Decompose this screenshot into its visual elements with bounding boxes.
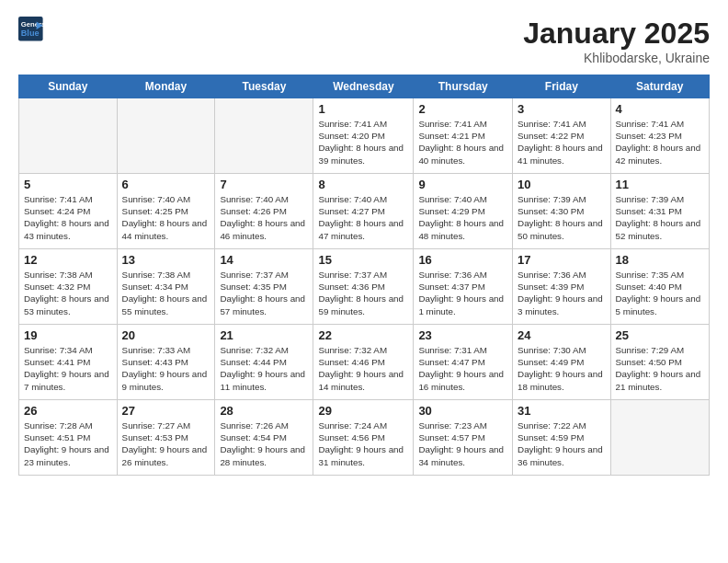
- day-number: 9: [418, 178, 507, 191]
- table-row: 2Sunrise: 7:41 AMSunset: 4:21 PMDaylight…: [414, 98, 513, 174]
- day-number: 8: [318, 178, 408, 191]
- header: General Blue January 2025 Khlibodarske, …: [18, 17, 710, 65]
- table-row: 14Sunrise: 7:37 AMSunset: 4:35 PMDayligh…: [215, 249, 313, 325]
- table-row: 18Sunrise: 7:35 AMSunset: 4:40 PMDayligh…: [610, 249, 709, 325]
- table-row: 6Sunrise: 7:40 AMSunset: 4:25 PMDaylight…: [117, 174, 215, 249]
- calendar: Sunday Monday Tuesday Wednesday Thursday…: [18, 75, 710, 476]
- day-number: 16: [418, 253, 507, 267]
- table-row: 27Sunrise: 7:27 AMSunset: 4:53 PMDayligh…: [117, 400, 215, 476]
- day-number: 23: [418, 328, 507, 342]
- day-number: 29: [318, 404, 408, 418]
- table-row: 19Sunrise: 7:34 AMSunset: 4:41 PMDayligh…: [19, 325, 118, 400]
- day-info: Sunrise: 7:35 AMSunset: 4:40 PMDaylight:…: [616, 269, 704, 317]
- table-row: 24Sunrise: 7:30 AMSunset: 4:49 PMDayligh…: [513, 325, 610, 400]
- day-number: 30: [418, 404, 507, 418]
- table-row: 3Sunrise: 7:41 AMSunset: 4:22 PMDaylight…: [513, 98, 610, 174]
- day-number: 18: [616, 253, 704, 267]
- day-number: 27: [122, 404, 210, 418]
- day-number: 7: [220, 178, 308, 191]
- day-info: Sunrise: 7:24 AMSunset: 4:56 PMDaylight:…: [318, 419, 408, 468]
- table-row: 4Sunrise: 7:41 AMSunset: 4:23 PMDaylight…: [610, 98, 709, 174]
- table-row: [610, 400, 709, 476]
- day-number: 13: [122, 253, 210, 267]
- table-row: 15Sunrise: 7:37 AMSunset: 4:36 PMDayligh…: [313, 249, 414, 325]
- day-number: 31: [518, 404, 605, 418]
- day-number: 1: [318, 102, 408, 116]
- day-info: Sunrise: 7:32 AMSunset: 4:46 PMDaylight:…: [318, 344, 408, 393]
- day-number: 10: [518, 178, 605, 191]
- table-row: [215, 98, 313, 174]
- day-number: 25: [616, 328, 704, 342]
- day-info: Sunrise: 7:36 AMSunset: 4:39 PMDaylight:…: [518, 269, 605, 317]
- table-row: 30Sunrise: 7:23 AMSunset: 4:57 PMDayligh…: [414, 400, 513, 476]
- table-row: 8Sunrise: 7:40 AMSunset: 4:27 PMDaylight…: [313, 174, 414, 249]
- day-info: Sunrise: 7:29 AMSunset: 4:50 PMDaylight:…: [616, 344, 704, 393]
- day-info: Sunrise: 7:41 AMSunset: 4:21 PMDaylight:…: [418, 118, 507, 167]
- day-info: Sunrise: 7:38 AMSunset: 4:34 PMDaylight:…: [122, 269, 210, 317]
- day-info: Sunrise: 7:41 AMSunset: 4:22 PMDaylight:…: [518, 118, 605, 167]
- day-info: Sunrise: 7:39 AMSunset: 4:30 PMDaylight:…: [518, 193, 605, 242]
- calendar-week-row: 19Sunrise: 7:34 AMSunset: 4:41 PMDayligh…: [19, 325, 710, 400]
- svg-text:Blue: Blue: [21, 29, 40, 38]
- table-row: 1Sunrise: 7:41 AMSunset: 4:20 PMDaylight…: [313, 98, 414, 174]
- title-block: January 2025 Khlibodarske, Ukraine: [523, 17, 710, 65]
- table-row: 13Sunrise: 7:38 AMSunset: 4:34 PMDayligh…: [117, 249, 215, 325]
- day-info: Sunrise: 7:32 AMSunset: 4:44 PMDaylight:…: [220, 344, 308, 393]
- day-info: Sunrise: 7:38 AMSunset: 4:32 PMDaylight:…: [24, 269, 112, 317]
- day-number: 2: [418, 102, 507, 116]
- day-info: Sunrise: 7:30 AMSunset: 4:49 PMDaylight:…: [518, 344, 605, 393]
- day-info: Sunrise: 7:22 AMSunset: 4:59 PMDaylight:…: [518, 419, 605, 468]
- calendar-week-row: 5Sunrise: 7:41 AMSunset: 4:24 PMDaylight…: [19, 174, 710, 249]
- day-number: 4: [616, 102, 704, 116]
- day-info: Sunrise: 7:39 AMSunset: 4:31 PMDaylight:…: [616, 193, 704, 242]
- table-row: 28Sunrise: 7:26 AMSunset: 4:54 PMDayligh…: [215, 400, 313, 476]
- table-row: 7Sunrise: 7:40 AMSunset: 4:26 PMDaylight…: [215, 174, 313, 249]
- day-number: 11: [616, 178, 704, 191]
- calendar-week-row: 26Sunrise: 7:28 AMSunset: 4:51 PMDayligh…: [19, 400, 710, 476]
- day-info: Sunrise: 7:33 AMSunset: 4:43 PMDaylight:…: [122, 344, 210, 393]
- col-sunday: Sunday: [19, 75, 118, 98]
- day-number: 14: [220, 253, 308, 267]
- day-info: Sunrise: 7:28 AMSunset: 4:51 PMDaylight:…: [24, 419, 112, 468]
- table-row: 17Sunrise: 7:36 AMSunset: 4:39 PMDayligh…: [513, 249, 610, 325]
- day-info: Sunrise: 7:41 AMSunset: 4:23 PMDaylight:…: [616, 118, 704, 167]
- col-friday: Friday: [513, 75, 610, 98]
- day-info: Sunrise: 7:37 AMSunset: 4:35 PMDaylight:…: [220, 269, 308, 317]
- day-number: 20: [122, 328, 210, 342]
- logo-icon: General Blue: [18, 17, 44, 42]
- day-number: 6: [122, 178, 210, 191]
- table-row: 21Sunrise: 7:32 AMSunset: 4:44 PMDayligh…: [215, 325, 313, 400]
- calendar-week-row: 12Sunrise: 7:38 AMSunset: 4:32 PMDayligh…: [19, 249, 710, 325]
- day-number: 22: [318, 328, 408, 342]
- day-info: Sunrise: 7:40 AMSunset: 4:25 PMDaylight:…: [122, 193, 210, 242]
- col-monday: Monday: [117, 75, 215, 98]
- day-info: Sunrise: 7:41 AMSunset: 4:20 PMDaylight:…: [318, 118, 408, 167]
- calendar-header-row: Sunday Monday Tuesday Wednesday Thursday…: [19, 75, 710, 98]
- table-row: 20Sunrise: 7:33 AMSunset: 4:43 PMDayligh…: [117, 325, 215, 400]
- month-title: January 2025: [523, 17, 710, 51]
- table-row: [19, 98, 118, 174]
- day-number: 3: [518, 102, 605, 116]
- day-number: 24: [518, 328, 605, 342]
- day-number: 26: [24, 404, 112, 418]
- day-number: 15: [318, 253, 408, 267]
- day-number: 17: [518, 253, 605, 267]
- day-number: 5: [24, 178, 112, 191]
- table-row: 29Sunrise: 7:24 AMSunset: 4:56 PMDayligh…: [313, 400, 414, 476]
- day-number: 12: [24, 253, 112, 267]
- logo: General Blue: [18, 17, 44, 42]
- table-row: 12Sunrise: 7:38 AMSunset: 4:32 PMDayligh…: [19, 249, 118, 325]
- day-info: Sunrise: 7:37 AMSunset: 4:36 PMDaylight:…: [318, 269, 408, 317]
- page: General Blue January 2025 Khlibodarske, …: [0, 0, 728, 485]
- day-info: Sunrise: 7:27 AMSunset: 4:53 PMDaylight:…: [122, 419, 210, 468]
- table-row: 25Sunrise: 7:29 AMSunset: 4:50 PMDayligh…: [610, 325, 709, 400]
- table-row: 16Sunrise: 7:36 AMSunset: 4:37 PMDayligh…: [414, 249, 513, 325]
- day-number: 19: [24, 328, 112, 342]
- table-row: 10Sunrise: 7:39 AMSunset: 4:30 PMDayligh…: [513, 174, 610, 249]
- table-row: 23Sunrise: 7:31 AMSunset: 4:47 PMDayligh…: [414, 325, 513, 400]
- day-info: Sunrise: 7:26 AMSunset: 4:54 PMDaylight:…: [220, 419, 308, 468]
- day-info: Sunrise: 7:23 AMSunset: 4:57 PMDaylight:…: [418, 419, 507, 468]
- table-row: 26Sunrise: 7:28 AMSunset: 4:51 PMDayligh…: [19, 400, 118, 476]
- day-info: Sunrise: 7:31 AMSunset: 4:47 PMDaylight:…: [418, 344, 507, 393]
- table-row: 11Sunrise: 7:39 AMSunset: 4:31 PMDayligh…: [610, 174, 709, 249]
